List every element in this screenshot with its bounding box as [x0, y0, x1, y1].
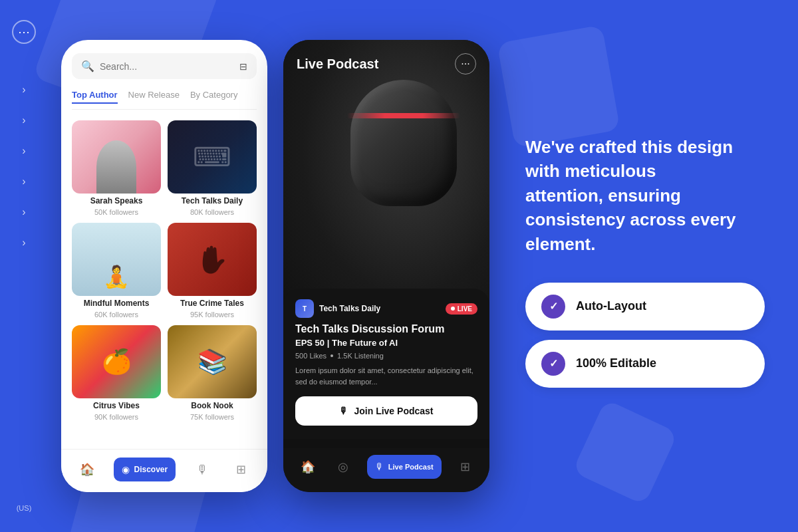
sidebar-arrows: › › › › › › — [22, 84, 25, 249]
podcast-thumb-books — [168, 325, 257, 398]
editable-check: ✓ — [541, 352, 565, 376]
bottom-nav-browse: 🏠 ◉ Discover 🎙 ⊞ — [61, 449, 267, 492]
live-label: LIVE — [458, 305, 472, 313]
podcast-description: Lorem ipsum dolor sit amet, consectetur … — [295, 365, 477, 387]
nav-discover[interactable]: ◉ Discover — [114, 458, 176, 481]
tab-new-release[interactable]: New Release — [128, 90, 180, 104]
robot-visual — [283, 40, 489, 319]
editable-label: 100% Editable — [576, 356, 656, 370]
sidebar-arrow-1[interactable]: › — [22, 84, 25, 96]
browse-tabs: Top Author New Release By Category — [72, 90, 257, 110]
live-dot — [451, 307, 455, 311]
nav2-grid-icon: ⊞ — [460, 460, 470, 474]
feature-auto-layout[interactable]: ✓ Auto-Layout — [525, 283, 765, 331]
main-content: 🔍 ⊟ Top Author New Release By Category S… — [48, 0, 798, 532]
podcast-thumb-mindful — [72, 223, 161, 296]
search-icon: 🔍 — [81, 60, 94, 72]
podcast-stats: 500 Likes 1.5K Listening — [295, 352, 477, 360]
nav2-compass-icon: ◎ — [338, 460, 348, 474]
podcast-followers-mindful: 60K followers — [72, 311, 161, 319]
podcast-background — [283, 40, 489, 319]
nav2-live[interactable]: 🎙 Live Podcast — [367, 455, 442, 479]
live-podcast-title: Live Podcast — [297, 57, 378, 72]
grid-icon: ⊞ — [236, 462, 246, 477]
podcast-card-sarah[interactable]: Sarah Speaks 50K followers — [72, 120, 161, 216]
podcast-name-tech: Tech Talks Daily — [168, 196, 257, 205]
podcast-thumb-citrus — [72, 325, 161, 398]
sidebar-arrow-6[interactable]: › — [22, 237, 25, 249]
mic-icon: 🎙 — [196, 463, 208, 477]
checkmark-icon-2: ✓ — [549, 357, 558, 370]
checkmark-icon: ✓ — [549, 300, 558, 313]
dots-icon: ⋯ — [18, 25, 31, 39]
podcast-info-card: T Tech Talks Daily LIVE Tech Talks Discu… — [283, 289, 489, 439]
podcast-followers-sarah: 50K followers — [72, 208, 161, 216]
mic-join-icon: 🎙 — [339, 406, 348, 416]
podcast-thumb-tech — [168, 120, 257, 194]
podcast-card-crime[interactable]: True Crime Tales 95K followers — [168, 223, 257, 319]
episode-title: Tech Talks Discussion Forum — [295, 323, 477, 335]
podcast-name-mindful: Mindful Moments — [72, 299, 161, 308]
sidebar-more-button[interactable]: ⋯ — [12, 20, 36, 44]
sidebar-arrow-5[interactable]: › — [22, 206, 25, 218]
nav-grid[interactable]: ⊞ — [229, 458, 253, 481]
search-bar[interactable]: 🔍 ⊟ — [72, 53, 257, 79]
phone-browse: 🔍 ⊟ Top Author New Release By Category S… — [61, 40, 267, 492]
join-btn-label: Join Live Podcast — [354, 406, 433, 416]
feature-editable[interactable]: ✓ 100% Editable — [525, 340, 765, 388]
podcast-card-tech[interactable]: Tech Talks Daily 80K followers — [168, 120, 257, 216]
sidebar-arrow-3[interactable]: › — [22, 145, 25, 157]
nav2-grid[interactable]: ⊞ — [453, 455, 477, 479]
podcast-meta: T Tech Talks Daily LIVE — [295, 299, 477, 318]
discover-icon: ◉ — [122, 464, 130, 475]
podcast-followers-crime: 95K followers — [168, 311, 257, 319]
more-dots-icon: ··· — [461, 59, 469, 69]
nav-mic[interactable]: 🎙 — [190, 458, 214, 481]
robot-helmet — [350, 80, 470, 213]
auto-layout-label: Auto-Layout — [576, 299, 646, 313]
home-icon: 🏠 — [80, 462, 94, 477]
tab-top-author[interactable]: Top Author — [72, 90, 118, 104]
podcast-card-mindful[interactable]: Mindful Moments 60K followers — [72, 223, 161, 319]
likes-count: 500 Likes — [295, 352, 327, 360]
listening-count: 1.5K Listening — [337, 352, 384, 360]
nav2-home-icon: 🏠 — [301, 460, 315, 474]
podcast-name-sarah: Sarah Speaks — [72, 196, 161, 205]
helmet-shape — [350, 80, 457, 206]
search-input[interactable] — [100, 61, 234, 72]
filter-icon[interactable]: ⊟ — [239, 61, 247, 72]
podcast-name-books: Book Nook — [168, 401, 257, 410]
tab-by-category[interactable]: By Category — [190, 90, 238, 104]
region-label: (US) — [17, 504, 32, 512]
helmet-stripe — [347, 113, 460, 118]
nav2-live-label: Live Podcast — [388, 463, 434, 471]
nav-home[interactable]: 🏠 — [75, 458, 99, 481]
sidebar: ⋯ › › › › › › (US) — [0, 0, 48, 532]
nav2-live-icon: 🎙 — [375, 462, 384, 472]
podcast-followers-books: 75K followers — [168, 413, 257, 421]
sidebar-arrow-2[interactable]: › — [22, 114, 25, 126]
join-live-podcast-button[interactable]: 🎙 Join Live Podcast — [295, 396, 477, 426]
sidebar-arrow-4[interactable]: › — [22, 176, 25, 188]
podcast-name-crime: True Crime Tales — [168, 299, 257, 308]
nav2-compass[interactable]: ◎ — [331, 455, 355, 479]
podcast-followers-citrus: 90K followers — [72, 413, 161, 421]
episode-number: EPS 50 | The Future of AI — [295, 338, 477, 348]
phone-live: Live Podcast ··· T Tech Talks Daily LIVE… — [283, 40, 489, 492]
stat-separator — [331, 354, 333, 357]
bottom-nav-live: 🏠 ◎ 🎙 Live Podcast ⊞ — [283, 448, 489, 492]
podcast-followers-tech: 80K followers — [168, 208, 257, 216]
podcast-card-citrus[interactable]: Citrus Vibes 90K followers — [72, 325, 161, 421]
nav-discover-label: Discover — [134, 465, 168, 474]
right-panel: We've crafted this design with meticulou… — [505, 122, 785, 410]
more-options-button[interactable]: ··· — [455, 53, 476, 74]
nav2-home[interactable]: 🏠 — [296, 455, 320, 479]
tagline-text: We've crafted this design with meticulou… — [525, 135, 738, 256]
auto-layout-check: ✓ — [541, 295, 565, 319]
podcast-name-citrus: Citrus Vibes — [72, 401, 161, 410]
live-podcast-header: Live Podcast ··· — [283, 40, 489, 81]
podcast-card-books[interactable]: Book Nook 75K followers — [168, 325, 257, 421]
podcast-grid: Sarah Speaks 50K followers Tech Talks Da… — [72, 120, 257, 421]
podcast-author: T Tech Talks Daily — [295, 299, 380, 318]
author-avatar: T — [295, 299, 314, 318]
